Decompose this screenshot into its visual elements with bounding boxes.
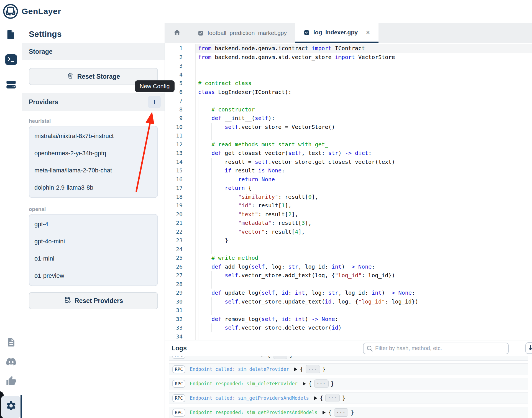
file-check-icon bbox=[303, 29, 310, 36]
code-line[interactable]: 18 "similarity": result[0], bbox=[165, 193, 532, 202]
search-icon bbox=[366, 345, 373, 353]
code-line[interactable]: 27 self.vector_store.add_text(log, {"log… bbox=[165, 271, 532, 280]
expand-arrow-icon[interactable] bbox=[322, 411, 326, 415]
indent-guide bbox=[198, 306, 198, 315]
reset-providers-button[interactable]: Reset Providers bbox=[29, 292, 158, 309]
discord-nav-button[interactable] bbox=[5, 356, 17, 369]
provider-model-item[interactable]: mistralai/mixtral-8x7b-instruct bbox=[29, 128, 157, 145]
code-line[interactable]: 21 "metadata": result[3], bbox=[165, 219, 532, 228]
log-row[interactable]: RPC{···} bbox=[169, 356, 528, 361]
code-line[interactable]: 9 def __init__(self): bbox=[165, 114, 532, 123]
code-line[interactable]: 24 bbox=[165, 245, 532, 254]
code-line[interactable]: 23 } bbox=[165, 236, 532, 245]
ellipsis-chip[interactable]: ··· bbox=[314, 379, 329, 388]
ellipsis-chip[interactable]: ··· bbox=[325, 394, 340, 402]
code-text: # write method bbox=[195, 254, 532, 262]
docs-nav-button[interactable] bbox=[5, 337, 17, 349]
close-brace: } bbox=[331, 380, 334, 387]
code-line[interactable]: 34 bbox=[165, 332, 532, 340]
code-line[interactable]: 33 self.vector_store.delete_vector(id) bbox=[165, 323, 532, 332]
log-message: Endpoint called: sim_getProvidersAndMode… bbox=[190, 395, 309, 401]
code-line[interactable]: 31 bbox=[165, 306, 532, 315]
code-line[interactable]: 5# contract class bbox=[165, 79, 532, 88]
indent-guide bbox=[198, 228, 198, 236]
code-line[interactable]: 16 return None bbox=[165, 175, 532, 184]
line-number: 14 bbox=[165, 158, 195, 167]
indent-guide bbox=[198, 254, 198, 262]
home-tab-button[interactable] bbox=[165, 23, 189, 43]
code-line[interactable]: 13 def get_closest_vector(self, text: st… bbox=[165, 149, 532, 158]
ellipsis-chip[interactable]: ··· bbox=[273, 356, 287, 359]
code-text: # contract class bbox=[195, 79, 532, 88]
log-row[interactable]: RPCEndpoint called: sim_getProvidersAndM… bbox=[169, 392, 528, 404]
code-line[interactable]: 20 "text": result[2], bbox=[165, 210, 532, 219]
code-line[interactable]: 6class LogIndexer(IContract): bbox=[165, 88, 532, 97]
provider-model-item[interactable]: o1-mini bbox=[29, 250, 157, 267]
indent-guide bbox=[198, 131, 198, 140]
feedback-nav-button[interactable] bbox=[5, 375, 17, 388]
code-text: result = self.vector_store.get_closest_v… bbox=[195, 158, 532, 167]
code-line[interactable]: 10 self.vector_store = VectorStore() bbox=[165, 123, 532, 132]
close-tab-icon[interactable]: ✕ bbox=[366, 29, 370, 36]
terminal-nav-button[interactable] bbox=[5, 54, 17, 67]
code-line[interactable]: 30 self.vector_store.update_text(id, log… bbox=[165, 297, 532, 306]
code-line[interactable]: 29 def update_log(self, id: int, log: st… bbox=[165, 289, 532, 297]
provider-model-item[interactable]: o1-preview bbox=[29, 267, 157, 284]
log-filter-input[interactable] bbox=[363, 343, 509, 354]
ellipsis-chip[interactable]: ··· bbox=[334, 408, 348, 417]
app-header: GenLayer bbox=[0, 0, 532, 23]
expand-arrow-icon[interactable] bbox=[261, 356, 265, 357]
code-line[interactable]: 1from backend.node.genvm.icontract impor… bbox=[165, 44, 532, 53]
code-line[interactable]: 25 # write method bbox=[165, 254, 532, 262]
code-line[interactable]: 8 # constructor bbox=[165, 105, 532, 114]
code-line[interactable]: 17 return { bbox=[165, 184, 532, 193]
ellipsis-chip[interactable]: ··· bbox=[306, 365, 320, 373]
code-line[interactable]: 12 # read methods must start with get_ bbox=[165, 140, 532, 149]
line-number: 16 bbox=[165, 175, 195, 184]
code-line[interactable]: 11 bbox=[165, 131, 532, 140]
expand-arrow-icon[interactable] bbox=[314, 396, 318, 400]
code-text bbox=[195, 280, 532, 289]
line-number: 20 bbox=[165, 210, 195, 219]
expand-arrow-icon[interactable] bbox=[303, 382, 306, 386]
provider-model-item[interactable]: gpt-4 bbox=[29, 216, 157, 233]
sort-logs-button[interactable] bbox=[525, 342, 532, 354]
provider-model-item[interactable]: openhermes-2-yi-34b-gptq bbox=[29, 145, 157, 162]
code-text: def add_log(self, log: str, log_id: int)… bbox=[195, 262, 532, 271]
add-provider-button[interactable]: + bbox=[148, 96, 161, 108]
indent-guide bbox=[211, 245, 212, 254]
code-line[interactable]: 26 def add_log(self, log: str, log_id: i… bbox=[165, 262, 532, 271]
indent-guide bbox=[198, 332, 198, 340]
files-nav-button[interactable] bbox=[5, 29, 17, 42]
provider-model-item[interactable]: meta-llama/llama-2-70b-chat bbox=[29, 162, 157, 179]
code-line[interactable]: 7 bbox=[165, 96, 532, 105]
file-icon bbox=[6, 29, 17, 42]
provider-model-item[interactable]: dolphin-2.9-llama3-8b bbox=[29, 179, 157, 196]
line-number: 27 bbox=[165, 271, 195, 280]
line-number: 7 bbox=[165, 96, 195, 105]
code-line[interactable]: 22 "vector": result[4], bbox=[165, 228, 532, 236]
code-line[interactable]: 14 result = self.vector_store.get_closes… bbox=[165, 158, 532, 167]
code-editor[interactable]: 1from backend.node.genvm.icontract impor… bbox=[165, 43, 532, 340]
code-line[interactable]: 4 bbox=[165, 70, 532, 79]
indent-guide bbox=[198, 96, 198, 105]
settings-nav-button[interactable] bbox=[0, 395, 22, 418]
code-text: return { bbox=[195, 184, 532, 193]
code-line[interactable]: 15 if result is None: bbox=[165, 166, 532, 175]
tab-log-indexer[interactable]: log_indexer.gpy ✕ bbox=[295, 23, 378, 43]
brand-title: GenLayer bbox=[22, 7, 61, 16]
expand-arrow-icon[interactable] bbox=[294, 367, 298, 371]
log-row[interactable]: RPCEndpoint called: sim_deleteProvider{·… bbox=[169, 363, 528, 375]
log-row[interactable]: RPCEndpoint responded: sim_deleteProvide… bbox=[169, 378, 528, 389]
storage-nav-button[interactable] bbox=[5, 79, 17, 91]
code-line[interactable]: 2from backend.node.genvm.std.vector_stor… bbox=[165, 53, 532, 62]
log-row[interactable]: RPCEndpoint responded: sim_getProvidersA… bbox=[169, 407, 528, 418]
provider-model-item[interactable]: gpt-4o-mini bbox=[29, 233, 157, 250]
line-number: 11 bbox=[165, 131, 195, 140]
code-line[interactable]: 19 "id": result[1], bbox=[165, 201, 532, 210]
code-line[interactable]: 32 def remove_log(self, id: int) -> None… bbox=[165, 315, 532, 324]
tab-football-prediction-market[interactable]: football_prediction_market.gpy bbox=[189, 23, 295, 43]
rpc-badge: RPC bbox=[172, 394, 185, 402]
code-line[interactable]: 28 bbox=[165, 280, 532, 289]
code-line[interactable]: 3 bbox=[165, 62, 532, 70]
